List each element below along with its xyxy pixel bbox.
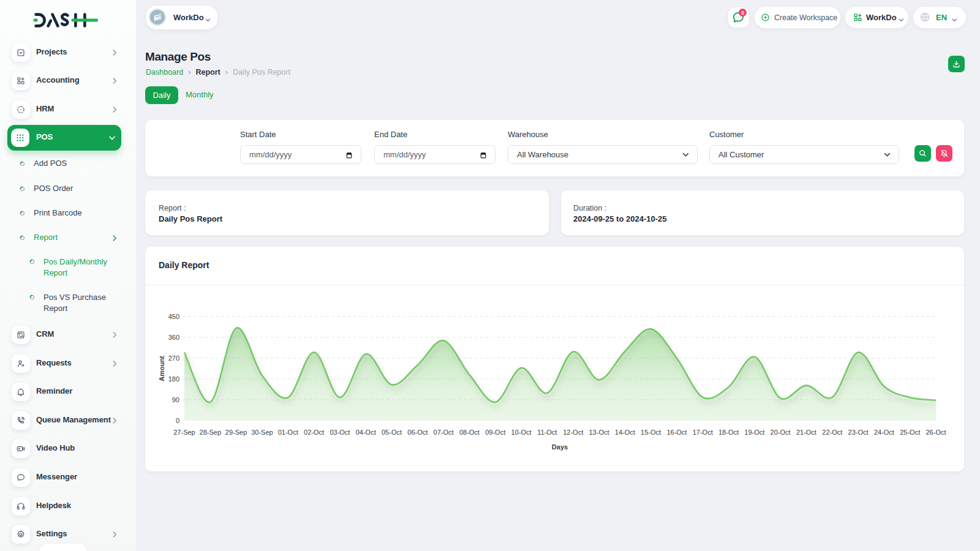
svg-text:15-Oct: 15-Oct	[641, 429, 661, 436]
svg-text:180: 180	[168, 375, 179, 383]
svg-text:19-Oct: 19-Oct	[744, 429, 764, 436]
svg-text:27-Sep: 27-Sep	[173, 429, 195, 436]
svg-text:21-Oct: 21-Oct	[796, 429, 816, 436]
svg-text:05-Oct: 05-Oct	[382, 429, 402, 436]
svg-text:25-Oct: 25-Oct	[900, 429, 920, 436]
svg-text:02-Oct: 02-Oct	[304, 429, 324, 436]
svg-text:270: 270	[168, 354, 179, 362]
svg-text:20-Oct: 20-Oct	[771, 429, 791, 436]
svg-text:29-Sep: 29-Sep	[225, 429, 247, 436]
svg-text:360: 360	[168, 334, 179, 341]
svg-text:17-Oct: 17-Oct	[693, 429, 713, 436]
svg-text:24-Oct: 24-Oct	[874, 429, 894, 436]
svg-text:06-Oct: 06-Oct	[407, 429, 428, 436]
svg-text:23-Oct: 23-Oct	[848, 429, 869, 436]
svg-text:11-Oct: 11-Oct	[537, 429, 557, 436]
svg-text:14-Oct: 14-Oct	[615, 429, 635, 436]
svg-text:01-Oct: 01-Oct	[278, 429, 298, 436]
svg-text:03-Oct: 03-Oct	[330, 429, 350, 436]
svg-text:0: 0	[176, 417, 179, 424]
svg-text:18-Oct: 18-Oct	[718, 429, 739, 436]
svg-text:22-Oct: 22-Oct	[822, 429, 842, 436]
svg-text:90: 90	[172, 396, 179, 403]
svg-text:10-Oct: 10-Oct	[511, 429, 531, 436]
svg-text:13-Oct: 13-Oct	[589, 429, 609, 436]
svg-text:08-Oct: 08-Oct	[459, 429, 480, 436]
svg-text:09-Oct: 09-Oct	[485, 429, 505, 436]
svg-text:28-Sep: 28-Sep	[200, 429, 221, 436]
svg-text:12-Oct: 12-Oct	[563, 429, 583, 436]
svg-text:Amount: Amount	[158, 356, 165, 381]
svg-text:26-Oct: 26-Oct	[925, 429, 946, 436]
svg-text:16-Oct: 16-Oct	[666, 429, 687, 436]
svg-text:07-Oct: 07-Oct	[434, 429, 454, 436]
svg-text:04-Oct: 04-Oct	[356, 429, 376, 436]
svg-text:30-Sep: 30-Sep	[251, 429, 273, 436]
svg-text:450: 450	[168, 313, 179, 320]
svg-text:Days: Days	[552, 443, 568, 451]
